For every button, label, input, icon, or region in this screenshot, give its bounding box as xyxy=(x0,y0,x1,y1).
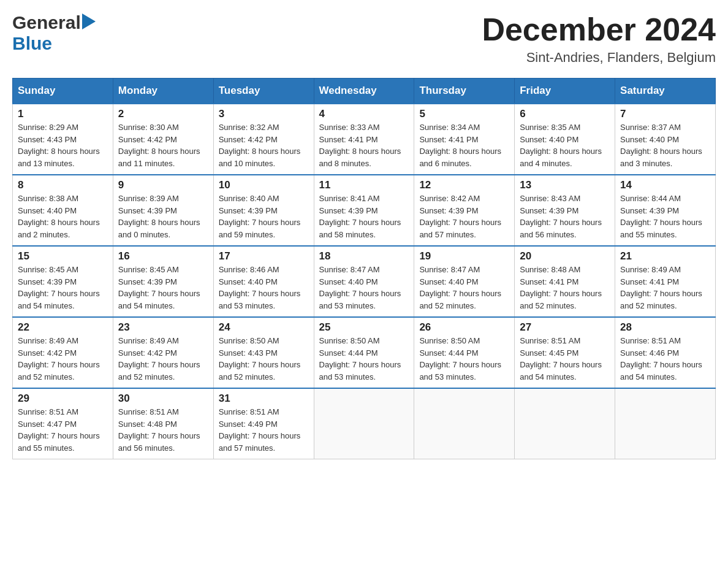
day-number: 23 xyxy=(118,321,208,334)
day-number: 29 xyxy=(18,393,108,405)
calendar-cell: 31Sunrise: 8:51 AMSunset: 4:49 PMDayligh… xyxy=(213,388,314,459)
day-number: 22 xyxy=(18,321,108,334)
calendar-cell xyxy=(615,388,716,459)
day-info: Sunrise: 8:39 AMSunset: 4:39 PMDaylight:… xyxy=(118,193,208,240)
day-number: 14 xyxy=(620,179,710,191)
calendar-cell: 16Sunrise: 8:45 AMSunset: 4:39 PMDayligh… xyxy=(113,246,213,317)
day-number: 20 xyxy=(520,250,610,262)
calendar-cell: 19Sunrise: 8:47 AMSunset: 4:40 PMDayligh… xyxy=(414,246,515,317)
day-number: 5 xyxy=(419,108,509,120)
day-info: Sunrise: 8:49 AMSunset: 4:42 PMDaylight:… xyxy=(18,335,108,383)
day-number: 8 xyxy=(18,179,108,191)
location-title: Sint-Andries, Flanders, Belgium xyxy=(482,50,716,66)
calendar-cell: 29Sunrise: 8:51 AMSunset: 4:47 PMDayligh… xyxy=(13,388,113,459)
calendar-cell: 5Sunrise: 8:34 AMSunset: 4:41 PMDaylight… xyxy=(414,104,515,175)
calendar-cell: 11Sunrise: 8:41 AMSunset: 4:39 PMDayligh… xyxy=(314,175,414,246)
title-area: December 2024 Sint-Andries, Flanders, Be… xyxy=(482,12,716,66)
weekday-header-wednesday: Wednesday xyxy=(314,79,414,104)
calendar-cell: 3Sunrise: 8:32 AMSunset: 4:42 PMDaylight… xyxy=(213,104,314,175)
calendar-cell: 25Sunrise: 8:50 AMSunset: 4:44 PMDayligh… xyxy=(314,317,414,388)
day-number: 31 xyxy=(219,393,309,405)
calendar-cell: 21Sunrise: 8:49 AMSunset: 4:41 PMDayligh… xyxy=(615,246,716,317)
calendar-cell: 6Sunrise: 8:35 AMSunset: 4:40 PMDaylight… xyxy=(515,104,615,175)
day-info: Sunrise: 8:46 AMSunset: 4:40 PMDaylight:… xyxy=(219,264,309,312)
day-number: 25 xyxy=(319,321,409,334)
month-title: December 2024 xyxy=(482,12,716,47)
logo: General Blue xyxy=(12,12,96,54)
weekday-header-row: SundayMondayTuesdayWednesdayThursdayFrid… xyxy=(13,79,716,104)
calendar-week-row: 22Sunrise: 8:49 AMSunset: 4:42 PMDayligh… xyxy=(13,317,716,388)
day-number: 10 xyxy=(219,179,309,191)
calendar-cell: 27Sunrise: 8:51 AMSunset: 4:45 PMDayligh… xyxy=(515,317,615,388)
calendar-cell: 1Sunrise: 8:29 AMSunset: 4:43 PMDaylight… xyxy=(13,104,113,175)
calendar-week-row: 29Sunrise: 8:51 AMSunset: 4:47 PMDayligh… xyxy=(13,388,716,459)
calendar-cell: 2Sunrise: 8:30 AMSunset: 4:42 PMDaylight… xyxy=(113,104,213,175)
logo-blue-text: Blue xyxy=(12,33,52,53)
day-info: Sunrise: 8:30 AMSunset: 4:42 PMDaylight:… xyxy=(118,121,208,169)
page-header: General Blue December 2024 Sint-Andries,… xyxy=(12,12,716,66)
day-number: 18 xyxy=(319,250,409,262)
day-number: 24 xyxy=(219,321,309,334)
calendar-cell: 28Sunrise: 8:51 AMSunset: 4:46 PMDayligh… xyxy=(615,317,716,388)
calendar-cell xyxy=(314,388,414,459)
day-number: 27 xyxy=(520,321,610,334)
calendar-cell: 9Sunrise: 8:39 AMSunset: 4:39 PMDaylight… xyxy=(113,175,213,246)
day-number: 16 xyxy=(118,250,208,262)
calendar-cell: 17Sunrise: 8:46 AMSunset: 4:40 PMDayligh… xyxy=(213,246,314,317)
day-info: Sunrise: 8:33 AMSunset: 4:41 PMDaylight:… xyxy=(319,121,409,169)
calendar-cell: 8Sunrise: 8:38 AMSunset: 4:40 PMDaylight… xyxy=(13,175,113,246)
day-number: 30 xyxy=(118,393,208,405)
day-number: 6 xyxy=(520,108,610,120)
logo-general-text: General xyxy=(12,12,81,33)
calendar-cell: 24Sunrise: 8:50 AMSunset: 4:43 PMDayligh… xyxy=(213,317,314,388)
day-number: 12 xyxy=(419,179,509,191)
calendar-cell: 26Sunrise: 8:50 AMSunset: 4:44 PMDayligh… xyxy=(414,317,515,388)
day-info: Sunrise: 8:37 AMSunset: 4:40 PMDaylight:… xyxy=(620,121,710,169)
calendar-week-row: 1Sunrise: 8:29 AMSunset: 4:43 PMDaylight… xyxy=(13,104,716,175)
day-info: Sunrise: 8:44 AMSunset: 4:39 PMDaylight:… xyxy=(620,193,710,240)
day-info: Sunrise: 8:38 AMSunset: 4:40 PMDaylight:… xyxy=(18,193,108,240)
svg-marker-0 xyxy=(82,13,96,29)
calendar-cell: 10Sunrise: 8:40 AMSunset: 4:39 PMDayligh… xyxy=(213,175,314,246)
day-info: Sunrise: 8:35 AMSunset: 4:40 PMDaylight:… xyxy=(520,121,610,169)
weekday-header-monday: Monday xyxy=(113,79,213,104)
day-number: 26 xyxy=(419,321,509,334)
day-info: Sunrise: 8:51 AMSunset: 4:49 PMDaylight:… xyxy=(219,406,309,454)
weekday-header-tuesday: Tuesday xyxy=(213,79,314,104)
calendar-cell: 15Sunrise: 8:45 AMSunset: 4:39 PMDayligh… xyxy=(13,246,113,317)
day-info: Sunrise: 8:50 AMSunset: 4:44 PMDaylight:… xyxy=(319,335,409,383)
day-info: Sunrise: 8:51 AMSunset: 4:45 PMDaylight:… xyxy=(520,335,610,383)
weekday-header-friday: Friday xyxy=(515,79,615,104)
calendar-body: 1Sunrise: 8:29 AMSunset: 4:43 PMDaylight… xyxy=(13,104,716,459)
calendar-cell: 18Sunrise: 8:47 AMSunset: 4:40 PMDayligh… xyxy=(314,246,414,317)
day-info: Sunrise: 8:34 AMSunset: 4:41 PMDaylight:… xyxy=(419,121,509,169)
day-info: Sunrise: 8:47 AMSunset: 4:40 PMDaylight:… xyxy=(419,264,509,312)
day-info: Sunrise: 8:45 AMSunset: 4:39 PMDaylight:… xyxy=(118,264,208,312)
calendar-header: SundayMondayTuesdayWednesdayThursdayFrid… xyxy=(13,79,716,104)
day-number: 2 xyxy=(118,108,208,120)
weekday-header-saturday: Saturday xyxy=(615,79,716,104)
day-info: Sunrise: 8:49 AMSunset: 4:42 PMDaylight:… xyxy=(118,335,208,383)
day-number: 3 xyxy=(219,108,309,120)
day-info: Sunrise: 8:48 AMSunset: 4:41 PMDaylight:… xyxy=(520,264,610,312)
weekday-header-thursday: Thursday xyxy=(414,79,515,104)
day-info: Sunrise: 8:40 AMSunset: 4:39 PMDaylight:… xyxy=(219,193,309,240)
day-number: 9 xyxy=(118,179,208,191)
day-info: Sunrise: 8:49 AMSunset: 4:41 PMDaylight:… xyxy=(620,264,710,312)
weekday-header-sunday: Sunday xyxy=(13,79,113,104)
calendar-week-row: 15Sunrise: 8:45 AMSunset: 4:39 PMDayligh… xyxy=(13,246,716,317)
calendar-cell: 20Sunrise: 8:48 AMSunset: 4:41 PMDayligh… xyxy=(515,246,615,317)
day-number: 15 xyxy=(18,250,108,262)
calendar-cell: 14Sunrise: 8:44 AMSunset: 4:39 PMDayligh… xyxy=(615,175,716,246)
day-number: 7 xyxy=(620,108,710,120)
logo-triangle-icon xyxy=(82,13,96,29)
calendar-cell: 4Sunrise: 8:33 AMSunset: 4:41 PMDaylight… xyxy=(314,104,414,175)
day-info: Sunrise: 8:43 AMSunset: 4:39 PMDaylight:… xyxy=(520,193,610,240)
calendar-cell: 22Sunrise: 8:49 AMSunset: 4:42 PMDayligh… xyxy=(13,317,113,388)
day-info: Sunrise: 8:51 AMSunset: 4:46 PMDaylight:… xyxy=(620,335,710,383)
day-info: Sunrise: 8:42 AMSunset: 4:39 PMDaylight:… xyxy=(419,193,509,240)
day-info: Sunrise: 8:50 AMSunset: 4:44 PMDaylight:… xyxy=(419,335,509,383)
day-number: 21 xyxy=(620,250,710,262)
day-info: Sunrise: 8:51 AMSunset: 4:47 PMDaylight:… xyxy=(18,406,108,454)
calendar-cell: 30Sunrise: 8:51 AMSunset: 4:48 PMDayligh… xyxy=(113,388,213,459)
